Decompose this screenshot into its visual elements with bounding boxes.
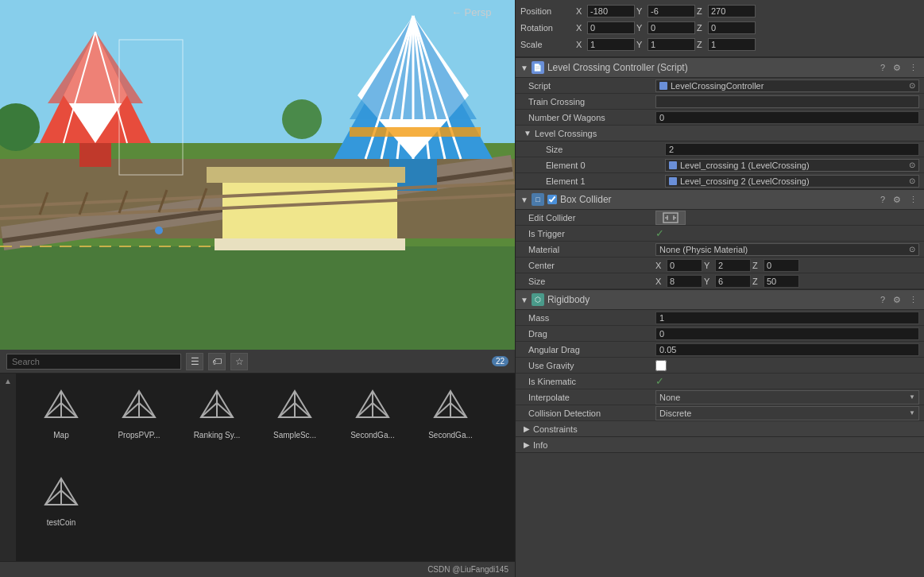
more-btn-bc[interactable]: ⋮ <box>907 195 919 205</box>
use-gravity-checkbox[interactable] <box>655 360 667 371</box>
help-btn-bc[interactable]: ? <box>879 195 887 204</box>
interpolate-dropdown[interactable]: None ▼ <box>655 390 919 405</box>
info-header[interactable]: ▶ Info <box>516 437 924 453</box>
element0-icon <box>669 161 677 169</box>
asset-icon-3 <box>271 383 319 431</box>
material-row: Material None (Physic Material) ⊙ <box>516 242 924 258</box>
lc-size-value[interactable]: 2 <box>665 143 919 156</box>
collision-detection-dropdown[interactable]: Discrete ▼ <box>655 406 919 420</box>
asset-item-6[interactable]: testCoin <box>25 471 97 528</box>
scale-y-input[interactable] <box>648 38 695 51</box>
material-arrow: ⊙ <box>909 245 915 254</box>
info-arrow[interactable]: ▶ <box>524 440 530 449</box>
box-collider-actions: ? ⚙ ⋮ <box>879 195 919 205</box>
more-btn-lcc[interactable]: ⋮ <box>907 63 919 73</box>
settings-btn-bc[interactable]: ⚙ <box>891 195 903 205</box>
bc-size-y-field: Y <box>704 275 751 288</box>
script-value[interactable]: LevelCrossingController ⊙ <box>655 79 919 92</box>
svg-point-37 <box>155 227 163 234</box>
hierarchy-view-btn[interactable]: ☰ <box>186 353 203 370</box>
box-collider-header[interactable]: ▼ □ Box Collider ? ⚙ ⋮ <box>516 189 924 210</box>
level-crossing-header[interactable]: ▼ 📄 Level Crossing Controller (Script) ?… <box>516 57 924 78</box>
help-btn-lcc[interactable]: ? <box>879 63 887 72</box>
bc-size-x-axis: X <box>655 277 665 286</box>
level-crossing-actions: ? ⚙ ⋮ <box>879 63 919 73</box>
position-y-input[interactable] <box>648 5 695 17</box>
mass-value[interactable]: 1 <box>655 312 919 324</box>
asset-scroll[interactable]: ▲ <box>0 374 16 561</box>
settings-btn-rb[interactable]: ⚙ <box>891 295 903 305</box>
label-btn[interactable]: 🏷 <box>208 353 226 370</box>
center-z-axis: Z <box>752 261 762 270</box>
material-value[interactable]: None (Physic Material) ⊙ <box>655 243 919 256</box>
search-input[interactable] <box>6 354 181 370</box>
position-y-field: Y <box>636 5 695 17</box>
asset-item-1[interactable]: PropsPVP... <box>103 383 175 440</box>
center-z-input[interactable] <box>764 259 799 272</box>
level-crossings-arrow[interactable]: ▼ <box>524 129 532 137</box>
rigidbody-header[interactable]: ▼ ⬡ Rigidbody ? ⚙ ⋮ <box>516 289 924 310</box>
element0-value[interactable]: Level_crossing 1 (LevelCrossing) ⊙ <box>665 159 919 172</box>
is-trigger-row: Is Trigger ✓ <box>516 226 924 242</box>
asset-item-3[interactable]: SampleSc... <box>259 383 331 440</box>
position-z-input[interactable] <box>708 5 756 17</box>
box-collider-arrow[interactable]: ▼ <box>520 196 528 204</box>
asset-icon-2 <box>193 383 241 431</box>
bc-size-y-input[interactable] <box>715 275 751 288</box>
position-y-axis: Y <box>636 6 646 16</box>
asset-item-5[interactable]: SecondGa... <box>415 383 486 440</box>
asset-name-0: Map <box>53 431 68 440</box>
angular-drag-value[interactable]: 0.05 <box>655 343 919 356</box>
svg-rect-26 <box>215 238 405 250</box>
constraints-arrow[interactable]: ▶ <box>524 424 530 433</box>
asset-grid: Map PropsPVP... <box>16 374 515 561</box>
more-btn-rb[interactable]: ⋮ <box>907 295 919 305</box>
rotation-y-input[interactable] <box>648 21 695 34</box>
scroll-up-btn[interactable]: ▲ <box>4 377 12 385</box>
scale-row: Scale X Y Z <box>520 37 919 52</box>
scale-z-input[interactable] <box>708 38 756 51</box>
is-trigger-check[interactable]: ✓ <box>655 227 664 239</box>
rigidbody-arrow[interactable]: ▼ <box>520 296 528 304</box>
position-z-field: Z <box>697 5 756 17</box>
asset-item-0[interactable]: Map <box>25 383 97 440</box>
train-crossing-value[interactable] <box>655 95 919 108</box>
num-wagons-value[interactable]: 0 <box>655 111 919 124</box>
constraints-header[interactable]: ▶ Constraints <box>516 421 924 437</box>
bc-size-x-input[interactable] <box>667 275 702 288</box>
asset-name-3: SampleSc... <box>273 431 316 440</box>
position-x-input[interactable] <box>587 5 635 17</box>
bc-size-z-input[interactable] <box>764 275 799 288</box>
drag-value[interactable]: 0 <box>655 327 919 340</box>
star-btn[interactable]: ☆ <box>230 353 248 370</box>
rotation-x-input[interactable] <box>587 21 635 34</box>
rotation-z-input[interactable] <box>708 21 756 34</box>
edit-collider-btn[interactable] <box>655 211 686 225</box>
scale-y-field: Y <box>636 38 695 51</box>
element1-icon <box>669 177 677 185</box>
level-crossings-header[interactable]: ▼ Level Crossings <box>516 126 924 141</box>
asset-item-4[interactable]: SecondGa... <box>337 383 408 440</box>
asset-item-2[interactable]: Ranking Sy... <box>181 383 253 440</box>
element1-value[interactable]: Level_crossing 2 (LevelCrossing) ⊙ <box>665 175 919 188</box>
bc-size-fields: X Y Z <box>655 275 919 288</box>
box-collider-checkbox[interactable] <box>547 195 557 204</box>
is-kinematic-check[interactable]: ✓ <box>655 375 664 387</box>
help-btn-rb[interactable]: ? <box>879 295 887 304</box>
scene-view[interactable]: ← Persp <box>0 0 515 350</box>
use-gravity-label: Use Gravity <box>528 361 655 370</box>
asset-name-6: testCoin <box>47 518 76 528</box>
material-text: None (Physic Material) <box>659 245 748 254</box>
rotation-z-axis: Z <box>697 23 706 33</box>
center-x-input[interactable] <box>667 259 702 272</box>
level-crossings-label: Level Crossings <box>535 129 597 138</box>
num-wagons-row: Number Of Wagons 0 <box>516 110 924 126</box>
level-crossing-arrow[interactable]: ▼ <box>520 64 528 72</box>
box-collider-title: Box Collider <box>560 194 876 205</box>
scale-x-input[interactable] <box>587 38 635 51</box>
center-y-input[interactable] <box>715 259 751 272</box>
asset-name-4: SecondGa... <box>350 431 395 440</box>
settings-btn-lcc[interactable]: ⚙ <box>891 63 903 73</box>
train-crossing-label: Train Crossing <box>528 97 655 106</box>
element0-row: Element 0 Level_crossing 1 (LevelCrossin… <box>516 157 924 173</box>
